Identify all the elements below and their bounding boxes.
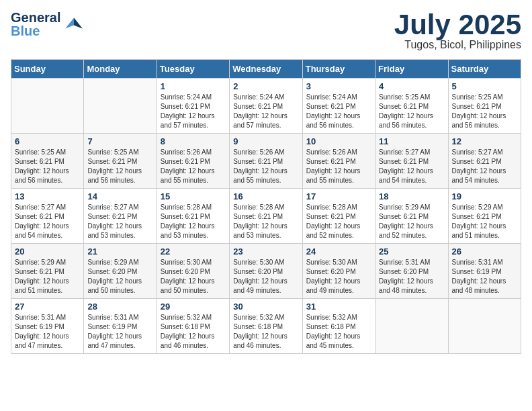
day-info: Sunrise: 5:28 AM Sunset: 6:21 PM Dayligh… bbox=[233, 203, 298, 240]
day-number: 9 bbox=[233, 136, 298, 146]
day-info: Sunrise: 5:32 AM Sunset: 6:18 PM Dayligh… bbox=[161, 313, 226, 351]
day-info: Sunrise: 5:29 AM Sunset: 6:21 PM Dayligh… bbox=[452, 203, 517, 240]
day-info: Sunrise: 5:30 AM Sunset: 6:20 PM Dayligh… bbox=[306, 258, 371, 295]
logo-general: General bbox=[11, 11, 60, 24]
calendar-cell: 24Sunrise: 5:30 AM Sunset: 6:20 PM Dayli… bbox=[302, 244, 375, 299]
day-number: 4 bbox=[379, 81, 444, 91]
weekday-header-row: SundayMondayTuesdayWednesdayThursdayFrid… bbox=[11, 60, 521, 79]
day-number: 21 bbox=[87, 246, 152, 257]
day-info: Sunrise: 5:25 AM Sunset: 6:21 PM Dayligh… bbox=[87, 148, 152, 185]
calendar-week-4: 20Sunrise: 5:29 AM Sunset: 6:21 PM Dayli… bbox=[11, 244, 521, 299]
calendar-cell: 6Sunrise: 5:25 AM Sunset: 6:21 PM Daylig… bbox=[11, 134, 84, 189]
weekday-header-sunday: Sunday bbox=[11, 60, 84, 79]
calendar-cell: 20Sunrise: 5:29 AM Sunset: 6:21 PM Dayli… bbox=[11, 244, 84, 299]
day-number: 7 bbox=[87, 136, 152, 146]
calendar-cell bbox=[11, 79, 84, 134]
calendar-cell: 8Sunrise: 5:26 AM Sunset: 6:21 PM Daylig… bbox=[157, 134, 229, 189]
day-info: Sunrise: 5:32 AM Sunset: 6:18 PM Dayligh… bbox=[233, 313, 298, 351]
calendar-cell: 31Sunrise: 5:32 AM Sunset: 6:18 PM Dayli… bbox=[302, 299, 375, 354]
day-info: Sunrise: 5:25 AM Sunset: 6:21 PM Dayligh… bbox=[379, 93, 444, 130]
day-info: Sunrise: 5:24 AM Sunset: 6:21 PM Dayligh… bbox=[233, 93, 298, 130]
day-number: 19 bbox=[452, 191, 517, 201]
calendar-cell: 12Sunrise: 5:27 AM Sunset: 6:21 PM Dayli… bbox=[448, 134, 521, 189]
day-info: Sunrise: 5:26 AM Sunset: 6:21 PM Dayligh… bbox=[306, 148, 371, 185]
calendar-cell bbox=[375, 299, 448, 354]
day-number: 2 bbox=[233, 81, 298, 91]
calendar-cell: 17Sunrise: 5:28 AM Sunset: 6:21 PM Dayli… bbox=[302, 189, 375, 244]
calendar-cell: 13Sunrise: 5:27 AM Sunset: 6:21 PM Dayli… bbox=[11, 189, 84, 244]
page-header: General Blue July 2025 Tugos, Bicol, Phi… bbox=[11, 11, 521, 51]
weekday-header-thursday: Thursday bbox=[302, 60, 375, 79]
calendar-cell: 25Sunrise: 5:31 AM Sunset: 6:20 PM Dayli… bbox=[375, 244, 448, 299]
day-number: 31 bbox=[306, 302, 371, 312]
title-block: July 2025 Tugos, Bicol, Philippines bbox=[394, 11, 521, 51]
day-number: 24 bbox=[306, 246, 371, 257]
calendar-cell: 23Sunrise: 5:30 AM Sunset: 6:20 PM Dayli… bbox=[230, 244, 302, 299]
day-info: Sunrise: 5:30 AM Sunset: 6:20 PM Dayligh… bbox=[161, 258, 226, 295]
calendar-cell: 18Sunrise: 5:29 AM Sunset: 6:21 PM Dayli… bbox=[375, 189, 448, 244]
calendar-cell: 9Sunrise: 5:26 AM Sunset: 6:21 PM Daylig… bbox=[230, 134, 302, 189]
day-number: 8 bbox=[161, 136, 226, 146]
day-number: 25 bbox=[379, 246, 444, 257]
calendar-cell: 27Sunrise: 5:31 AM Sunset: 6:19 PM Dayli… bbox=[11, 299, 84, 354]
weekday-header-wednesday: Wednesday bbox=[230, 60, 302, 79]
calendar-cell: 5Sunrise: 5:25 AM Sunset: 6:21 PM Daylig… bbox=[448, 79, 521, 134]
day-info: Sunrise: 5:25 AM Sunset: 6:21 PM Dayligh… bbox=[15, 148, 80, 185]
day-info: Sunrise: 5:28 AM Sunset: 6:21 PM Dayligh… bbox=[161, 203, 226, 240]
day-info: Sunrise: 5:31 AM Sunset: 6:20 PM Dayligh… bbox=[379, 258, 444, 295]
day-info: Sunrise: 5:31 AM Sunset: 6:19 PM Dayligh… bbox=[87, 313, 152, 351]
day-number: 14 bbox=[87, 191, 152, 201]
calendar-cell: 2Sunrise: 5:24 AM Sunset: 6:21 PM Daylig… bbox=[230, 79, 302, 134]
day-number: 30 bbox=[233, 302, 298, 312]
day-info: Sunrise: 5:31 AM Sunset: 6:19 PM Dayligh… bbox=[15, 313, 80, 351]
day-info: Sunrise: 5:32 AM Sunset: 6:18 PM Dayligh… bbox=[306, 313, 371, 351]
day-number: 16 bbox=[233, 191, 298, 201]
calendar-cell: 21Sunrise: 5:29 AM Sunset: 6:20 PM Dayli… bbox=[84, 244, 157, 299]
calendar-week-5: 27Sunrise: 5:31 AM Sunset: 6:19 PM Dayli… bbox=[11, 299, 521, 354]
day-number: 23 bbox=[233, 246, 298, 257]
calendar-cell: 22Sunrise: 5:30 AM Sunset: 6:20 PM Dayli… bbox=[157, 244, 229, 299]
calendar-week-3: 13Sunrise: 5:27 AM Sunset: 6:21 PM Dayli… bbox=[11, 189, 521, 244]
logo-bird-icon bbox=[63, 13, 85, 35]
day-number: 17 bbox=[306, 191, 371, 201]
month-title: July 2025 bbox=[394, 11, 521, 39]
calendar-cell bbox=[84, 79, 157, 134]
day-info: Sunrise: 5:28 AM Sunset: 6:21 PM Dayligh… bbox=[306, 203, 371, 240]
calendar-cell: 16Sunrise: 5:28 AM Sunset: 6:21 PM Dayli… bbox=[230, 189, 302, 244]
weekday-header-friday: Friday bbox=[375, 60, 448, 79]
day-info: Sunrise: 5:30 AM Sunset: 6:20 PM Dayligh… bbox=[233, 258, 298, 295]
calendar-cell bbox=[448, 299, 521, 354]
day-number: 5 bbox=[452, 81, 517, 91]
day-info: Sunrise: 5:29 AM Sunset: 6:21 PM Dayligh… bbox=[379, 203, 444, 240]
svg-marker-1 bbox=[74, 17, 83, 28]
day-number: 28 bbox=[87, 302, 152, 312]
day-info: Sunrise: 5:27 AM Sunset: 6:21 PM Dayligh… bbox=[87, 203, 152, 240]
day-number: 15 bbox=[161, 191, 226, 201]
day-number: 18 bbox=[379, 191, 444, 201]
calendar-table: SundayMondayTuesdayWednesdayThursdayFrid… bbox=[11, 59, 521, 354]
day-number: 27 bbox=[15, 302, 80, 312]
day-info: Sunrise: 5:24 AM Sunset: 6:21 PM Dayligh… bbox=[161, 93, 226, 130]
day-info: Sunrise: 5:26 AM Sunset: 6:21 PM Dayligh… bbox=[233, 148, 298, 185]
day-number: 12 bbox=[452, 136, 517, 146]
day-info: Sunrise: 5:29 AM Sunset: 6:21 PM Dayligh… bbox=[15, 258, 80, 295]
calendar-cell: 19Sunrise: 5:29 AM Sunset: 6:21 PM Dayli… bbox=[448, 189, 521, 244]
calendar-cell: 14Sunrise: 5:27 AM Sunset: 6:21 PM Dayli… bbox=[84, 189, 157, 244]
weekday-header-saturday: Saturday bbox=[448, 60, 521, 79]
day-info: Sunrise: 5:31 AM Sunset: 6:19 PM Dayligh… bbox=[452, 258, 517, 295]
calendar-cell: 28Sunrise: 5:31 AM Sunset: 6:19 PM Dayli… bbox=[84, 299, 157, 354]
day-number: 29 bbox=[161, 302, 226, 312]
day-number: 3 bbox=[306, 81, 371, 91]
location: Tugos, Bicol, Philippines bbox=[394, 39, 521, 51]
calendar-cell: 10Sunrise: 5:26 AM Sunset: 6:21 PM Dayli… bbox=[302, 134, 375, 189]
day-info: Sunrise: 5:24 AM Sunset: 6:21 PM Dayligh… bbox=[306, 93, 371, 130]
logo-blue: Blue bbox=[11, 24, 60, 38]
day-number: 26 bbox=[452, 246, 517, 257]
calendar-cell: 26Sunrise: 5:31 AM Sunset: 6:19 PM Dayli… bbox=[448, 244, 521, 299]
day-info: Sunrise: 5:26 AM Sunset: 6:21 PM Dayligh… bbox=[161, 148, 226, 185]
calendar-cell: 30Sunrise: 5:32 AM Sunset: 6:18 PM Dayli… bbox=[230, 299, 302, 354]
calendar-week-1: 1Sunrise: 5:24 AM Sunset: 6:21 PM Daylig… bbox=[11, 79, 521, 134]
day-number: 20 bbox=[15, 246, 80, 257]
calendar-cell: 3Sunrise: 5:24 AM Sunset: 6:21 PM Daylig… bbox=[302, 79, 375, 134]
calendar-cell: 29Sunrise: 5:32 AM Sunset: 6:18 PM Dayli… bbox=[157, 299, 229, 354]
